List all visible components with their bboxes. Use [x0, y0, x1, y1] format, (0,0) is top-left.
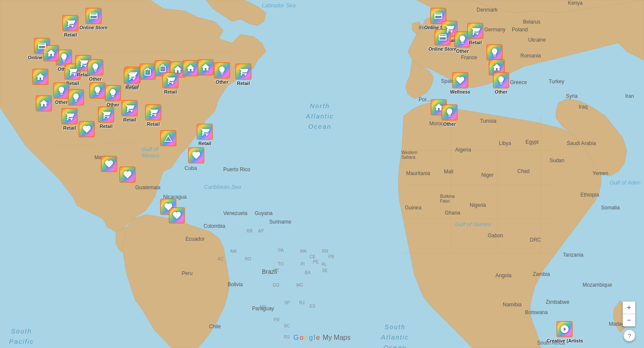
pin-retail-12-label: Retail — [198, 141, 211, 146]
pin-other-7[interactable]: Other — [105, 85, 121, 107]
pin-camping-1[interactable] — [160, 130, 176, 146]
pin-home-5[interactable] — [32, 69, 49, 85]
pin-online-1[interactable]: Online Store — [79, 8, 107, 30]
pin-wellness-4[interactable] — [188, 147, 204, 163]
pin-other-2-label: Other — [216, 79, 228, 85]
pin-retail-6-label: Retail — [237, 81, 250, 86]
pin-retail-9-label: Retail — [147, 121, 160, 127]
pin-wellness-2[interactable] — [101, 156, 117, 172]
pin-retail-7[interactable]: Retail — [124, 68, 140, 90]
pin-retail-11[interactable]: Retail — [98, 106, 114, 129]
pin-retail-5[interactable]: Retail — [162, 72, 179, 94]
zoom-out-button[interactable]: − — [623, 314, 635, 326]
google-branding: G o o g l e My Maps — [294, 334, 351, 342]
pin-other-europe-3-label: Other — [495, 89, 507, 94]
pin-retail-10[interactable]: Retail — [61, 108, 78, 130]
pin-retail-6[interactable]: Retail — [235, 64, 252, 86]
pin-home-4[interactable] — [197, 59, 214, 76]
pin-retail-10-label: Retail — [63, 125, 76, 130]
zoom-controls: + − — [623, 301, 635, 327]
pin-other-2[interactable]: Other — [214, 62, 230, 85]
pin-other-europe-1-label: Other — [456, 48, 468, 54]
pin-other-3-label: Other — [89, 76, 101, 82]
pin-other-4[interactable]: Other — [53, 82, 70, 105]
pin-wellness-1[interactable] — [79, 121, 95, 137]
map-container: NorthAtlanticOcean SouthAtlanticOcean So… — [0, 0, 644, 348]
pin-creative-1-label: Creative (Artists — [547, 338, 583, 343]
pin-home-3[interactable] — [182, 60, 199, 76]
pin-retail-5-label: Retail — [164, 89, 177, 94]
help-button-container: ? — [623, 327, 635, 342]
pin-other-4-label: Other — [55, 100, 67, 105]
pin-retail-1-label: Retail — [64, 32, 77, 37]
pin-retail-europe-2[interactable]: Retail — [467, 23, 483, 45]
pin-retail-11-label: Retail — [100, 124, 112, 129]
pin-retail-8[interactable]: Retail — [122, 100, 138, 122]
pin-retail-12[interactable]: Retail — [197, 124, 213, 146]
pin-other-3[interactable]: Other — [87, 59, 103, 82]
pin-wellness-europe-1-label: Wellness — [450, 89, 471, 94]
pin-home-6[interactable] — [36, 95, 52, 112]
pin-retail-1[interactable]: Retail — [62, 15, 79, 37]
pin-other-6[interactable] — [89, 82, 106, 99]
pin-other-5[interactable] — [68, 89, 84, 106]
pin-wellness-europe-1[interactable]: Wellness — [450, 72, 471, 94]
pin-retail-europe-2-label: Retail — [469, 40, 482, 45]
pin-creative-1[interactable]: Creative (Artists — [547, 321, 583, 343]
map-svg — [0, 0, 644, 348]
pin-retail-7-label: Retail — [125, 85, 138, 90]
pin-other-europe-4-label: Other — [443, 121, 456, 127]
zoom-in-button[interactable]: + — [623, 302, 635, 314]
pin-wellness-3[interactable] — [119, 166, 136, 183]
pin-other-europe-4[interactable]: Other — [441, 104, 458, 127]
pin-bag-1[interactable] — [140, 64, 156, 80]
pin-online-europe-2-label: Online Store — [428, 46, 456, 51]
pin-other-europe-3[interactable]: Other — [493, 72, 509, 94]
help-button[interactable]: ? — [623, 330, 635, 342]
pin-online-1-label: Online Store — [79, 25, 107, 30]
pin-retail-9[interactable]: Retail — [145, 104, 161, 127]
pin-retail-8-label: Retail — [123, 117, 136, 122]
